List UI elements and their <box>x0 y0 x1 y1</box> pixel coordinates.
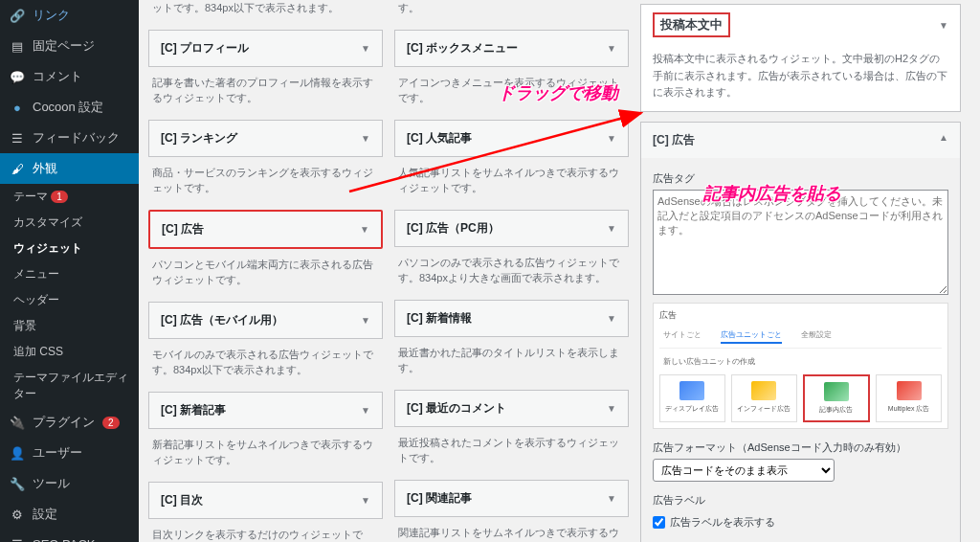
submenu-widgets[interactable]: ウィジェット <box>0 236 139 261</box>
submenu-customize[interactable]: カスタマイズ <box>0 210 139 236</box>
widget-header[interactable]: [C] ランキング▼ <box>149 121 382 156</box>
chevron-down-icon: ▼ <box>360 224 369 235</box>
preview-tab-selected: 広告ユニットごと <box>721 329 782 344</box>
widget-header[interactable]: [C] プロフィール▼ <box>149 31 382 66</box>
widget-title: [C] 関連記事 <box>407 490 472 507</box>
available-widget[interactable]: [C] 関連記事▼ <box>394 480 629 517</box>
widget-description: 目次リンクを表示するだけのウィジェットです。 <box>148 527 383 543</box>
chevron-down-icon: ▼ <box>607 313 616 324</box>
available-widgets-mid: す。[C] ボックスメニュー▼アイコンつきメニューを表示するウィジェットです。[… <box>394 0 629 542</box>
widget-title: [C] 新着記事 <box>161 402 226 418</box>
adlabel-label: 広告ラベル <box>653 489 948 511</box>
page-icon: ▤ <box>10 38 25 54</box>
widget-title: [C] 広告（PC用） <box>407 220 500 237</box>
settings-icon: ⚙ <box>10 507 25 522</box>
format-select[interactable]: 広告コードをそのまま表示 <box>653 459 835 482</box>
adtag-textarea[interactable] <box>653 190 948 295</box>
widget-area-box: 投稿本文中 ▼ 投稿本文中に表示されるウィジェット。文中最初のH2タグの手前に表… <box>640 4 961 112</box>
plugin-badge: 2 <box>102 417 120 429</box>
submenu-background[interactable]: 背景 <box>0 313 139 339</box>
widget-area-header[interactable]: 投稿本文中 ▼ <box>641 5 960 45</box>
available-widget[interactable]: [C] 広告（PC用）▼ <box>394 210 629 247</box>
chevron-down-icon: ▼ <box>361 315 370 326</box>
widget-header[interactable]: [C] 広告（モバイル用）▼ <box>149 303 382 338</box>
widget-header[interactable]: [C] 新着情報▼ <box>395 301 628 336</box>
chevron-down-icon: ▼ <box>607 43 616 54</box>
widget-title: [C] プロフィール <box>161 40 249 56</box>
widget-header[interactable]: [C] 広告▼ <box>150 212 381 247</box>
available-widget[interactable]: [C] 最近のコメント▼ <box>394 390 629 427</box>
widget-header[interactable]: [C] 広告（PC用）▼ <box>395 211 628 246</box>
widget-description: アイコンつきメニューを表示するウィジェットです。 <box>394 75 629 112</box>
widget-description: 最近投稿されたコメントを表示するウィジェットです。 <box>394 435 629 472</box>
ad-card-multiplex: Multiplex 広告 <box>876 374 942 422</box>
widget-description: 記事を書いた著者のプロフィール情報を表示するウィジェットです。 <box>148 75 383 112</box>
cocoon-icon: ● <box>10 100 25 115</box>
widget-header[interactable]: [C] ボックスメニュー▼ <box>395 31 628 66</box>
menu-comments[interactable]: 💬コメント <box>0 61 139 92</box>
available-widget[interactable]: [C] ボックスメニュー▼ <box>394 30 629 67</box>
widget-title: [C] 目次 <box>161 492 203 508</box>
widget-title: [C] 新着情報 <box>407 310 472 327</box>
menu-plugins[interactable]: 🔌プラグイン 2 <box>0 407 139 438</box>
widget-title: [C] ランキング <box>161 130 237 147</box>
preview-section: 新しい広告ユニットの作成 <box>659 354 942 369</box>
submenu-themes[interactable]: テーマ 1 <box>0 184 139 210</box>
menu-links[interactable]: 🔗リンク <box>0 0 139 31</box>
ad-card-display: ディスプレイ広告 <box>659 374 725 422</box>
placed-widget-header[interactable]: [C] 広告 ▲ <box>641 123 960 158</box>
brush-icon: 🖌 <box>10 161 25 176</box>
widget-header[interactable]: [C] 新着記事▼ <box>149 393 382 428</box>
user-icon: 👤 <box>10 445 25 461</box>
available-widget[interactable]: [C] 広告（モバイル用）▼ <box>148 302 383 339</box>
widget-title: [C] ボックスメニュー <box>407 40 518 56</box>
menu-cocoon[interactable]: ●Cocoon 設定 <box>0 92 139 123</box>
menu-pages[interactable]: ▤固定ページ <box>0 31 139 61</box>
submenu-editor[interactable]: テーマファイルエディター <box>0 365 139 407</box>
adlabel-checkbox-row: 広告ラベルを表示する <box>653 511 948 533</box>
seo-icon: ☰ <box>10 536 25 542</box>
widget-header[interactable]: [C] 人気記事▼ <box>395 121 628 156</box>
chevron-down-icon: ▼ <box>607 223 616 234</box>
widget-description: す。 <box>394 0 629 22</box>
widget-form: 広告タグ 広告 サイトごと 広告ユニットごと 全般設定 新しい広告ユニットの作成… <box>641 158 960 542</box>
feedback-icon: ☰ <box>10 130 25 146</box>
available-widget[interactable]: [C] 目次▼ <box>148 482 383 519</box>
adlabel-check-text: 広告ラベルを表示する <box>670 515 775 530</box>
plugin-icon: 🔌 <box>10 415 25 430</box>
available-widgets-left: ットです。834px以下で表示されます。[C] プロフィール▼記事を書いた著者の… <box>148 0 383 542</box>
widget-description: ットです。834px以下で表示されます。 <box>148 0 383 22</box>
chevron-down-icon: ▼ <box>361 43 370 54</box>
chevron-down-icon: ▼ <box>607 133 616 144</box>
menu-seopack[interactable]: ☰SEO PACK <box>0 530 139 542</box>
widget-description: モバイルのみで表示される広告ウィジェットです。834px以下で表示されます。 <box>148 347 383 384</box>
menu-appearance[interactable]: 🖌外観 <box>0 153 139 184</box>
theme-badge: 1 <box>51 191 68 203</box>
widget-description: 人気記事リストをサムネイルつきで表示するウィジェットです。 <box>394 165 629 202</box>
available-widget[interactable]: [C] ランキング▼ <box>148 120 383 157</box>
menu-tools[interactable]: 🔧ツール <box>0 468 139 499</box>
available-widget[interactable]: [C] プロフィール▼ <box>148 30 383 67</box>
widget-header[interactable]: [C] 関連記事▼ <box>395 481 628 516</box>
available-widget[interactable]: [C] 人気記事▼ <box>394 120 629 157</box>
widget-title: [C] 広告（モバイル用） <box>161 312 283 328</box>
ad-card-infeed: インフィード広告 <box>731 374 797 422</box>
widget-header[interactable]: [C] 最近のコメント▼ <box>395 391 628 426</box>
submenu-menus[interactable]: メニュー <box>0 261 139 287</box>
area-title-highlight: 投稿本文中 <box>653 12 730 37</box>
submenu-css[interactable]: 追加 CSS <box>0 339 139 365</box>
widget-header[interactable]: [C] 目次▼ <box>149 483 382 518</box>
available-widget[interactable]: [C] 新着記事▼ <box>148 392 383 429</box>
available-widget[interactable]: [C] 新着情報▼ <box>394 300 629 337</box>
format-label: 広告フォーマット（AdSenseコード入力時のみ有効） <box>653 437 948 459</box>
menu-settings[interactable]: ⚙設定 <box>0 499 139 530</box>
available-widget[interactable]: [C] 広告▼ <box>148 210 383 249</box>
widget-description: 新着記事リストをサムネイルつきで表示するウィジェットです。 <box>148 437 383 474</box>
widget-description: パソコンとモバイル端末両方に表示される広告ウィジェットです。 <box>148 257 383 294</box>
menu-feedback[interactable]: ☰フィードバック <box>0 123 139 153</box>
menu-users[interactable]: 👤ユーザー <box>0 438 139 468</box>
widget-title: [C] 最近のコメント <box>407 400 506 417</box>
adlabel-checkbox[interactable] <box>653 516 665 529</box>
submenu-header[interactable]: ヘッダー <box>0 287 139 313</box>
adsense-preview: 広告 サイトごと 広告ユニットごと 全般設定 新しい広告ユニットの作成 ディスプ… <box>653 303 948 429</box>
